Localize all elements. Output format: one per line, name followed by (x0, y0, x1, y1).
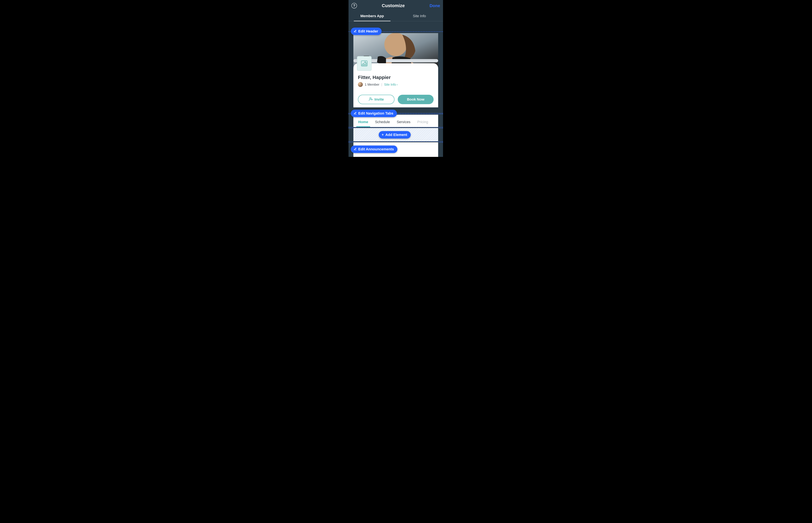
add-element-button[interactable]: + Add Element (379, 131, 411, 139)
done-button[interactable]: Done (430, 3, 440, 8)
svg-point-6 (369, 97, 371, 99)
plus-icon: + (382, 133, 384, 137)
tab-site-info[interactable]: Site Info (396, 11, 443, 21)
mobile-customize-panel: ? Customize Done Members App Site Info (348, 0, 443, 157)
book-now-button[interactable]: Book Now (398, 95, 434, 104)
pencil-icon (354, 112, 357, 115)
site-name: Fitter, Happier (358, 75, 434, 80)
section-guide (348, 127, 443, 127)
pencil-icon (354, 30, 357, 33)
page-title: Customize (382, 3, 405, 8)
member-avatar (358, 82, 363, 87)
help-icon[interactable]: ? (351, 3, 357, 8)
primary-tabs: Members App Site Info (348, 11, 443, 21)
nav-tab-schedule[interactable]: Schedule (373, 117, 392, 127)
pencil-icon (354, 148, 357, 151)
site-logo-placeholder[interactable] (357, 56, 372, 71)
topbar: ? Customize Done (348, 0, 443, 11)
member-count: 1 Member (365, 83, 379, 87)
nav-tab-home[interactable]: Home (356, 117, 370, 127)
svg-point-5 (365, 62, 366, 63)
edit-announcements-button[interactable]: Edit Announcements (351, 145, 397, 153)
help-glyph: ? (353, 4, 355, 8)
nav-tab-services[interactable]: Services (395, 117, 412, 127)
invite-button[interactable]: Invite (358, 95, 395, 104)
site-card: Fitter, Happier 1 Member | Site Info › (353, 63, 438, 107)
add-user-icon (369, 97, 373, 102)
section-guide (348, 141, 443, 142)
site-info-link[interactable]: Site Info › (384, 83, 398, 87)
edit-header-button[interactable]: Edit Header (351, 28, 382, 35)
action-buttons: Invite Book Now (358, 95, 434, 104)
members-row: 1 Member | Site Info › (358, 82, 434, 87)
tab-members-app[interactable]: Members App (348, 11, 396, 21)
edit-navigation-tabs-button[interactable]: Edit Navigation Tabs (351, 110, 397, 117)
nav-tab-pricing[interactable]: Pricing (415, 117, 430, 127)
chevron-right-icon: › (397, 83, 398, 86)
separator: | (381, 83, 382, 87)
